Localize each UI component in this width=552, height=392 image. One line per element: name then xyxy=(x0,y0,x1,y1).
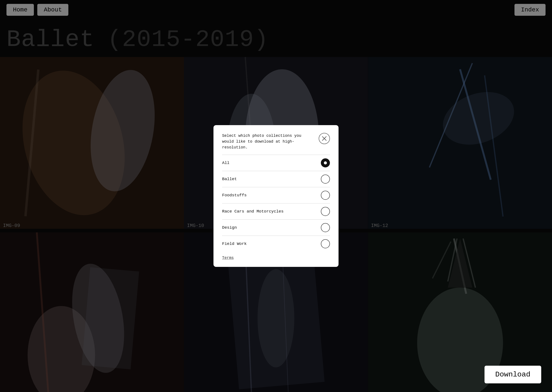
option-foodstuffs-radio[interactable] xyxy=(321,191,330,200)
option-all-radio[interactable] xyxy=(321,158,330,168)
option-race-cars-label: Race Cars and Motorcycles xyxy=(222,209,283,214)
option-foodstuffs-label: Foodstuffs xyxy=(222,193,247,198)
terms-link[interactable]: Terms xyxy=(222,256,234,260)
download-button[interactable]: Download xyxy=(484,366,541,383)
modal-close-button[interactable] xyxy=(319,133,330,144)
option-race-cars[interactable]: Race Cars and Motorcycles xyxy=(222,203,330,220)
close-icon xyxy=(322,136,327,141)
modal-description: Select which photo collections you would… xyxy=(222,133,315,150)
option-ballet-label: Ballet xyxy=(222,177,237,182)
option-race-cars-radio[interactable] xyxy=(321,207,330,216)
option-ballet[interactable]: Ballet xyxy=(222,171,330,187)
download-button-container: Download xyxy=(484,366,541,383)
modal-overlay: Select which photo collections you would… xyxy=(0,0,552,392)
modal-dialog: Select which photo collections you would… xyxy=(214,125,338,267)
option-design-label: Design xyxy=(222,225,237,230)
option-foodstuffs[interactable]: Foodstuffs xyxy=(222,187,330,203)
option-field-work[interactable]: Field Work xyxy=(222,236,330,252)
option-design-radio[interactable] xyxy=(321,223,330,232)
option-ballet-radio[interactable] xyxy=(321,175,330,184)
modal-header: Select which photo collections you would… xyxy=(222,133,330,150)
option-design[interactable]: Design xyxy=(222,220,330,236)
option-field-work-radio[interactable] xyxy=(321,239,330,248)
option-field-work-label: Field Work xyxy=(222,241,247,246)
option-all[interactable]: All xyxy=(222,155,330,171)
option-all-label: All xyxy=(222,161,229,165)
